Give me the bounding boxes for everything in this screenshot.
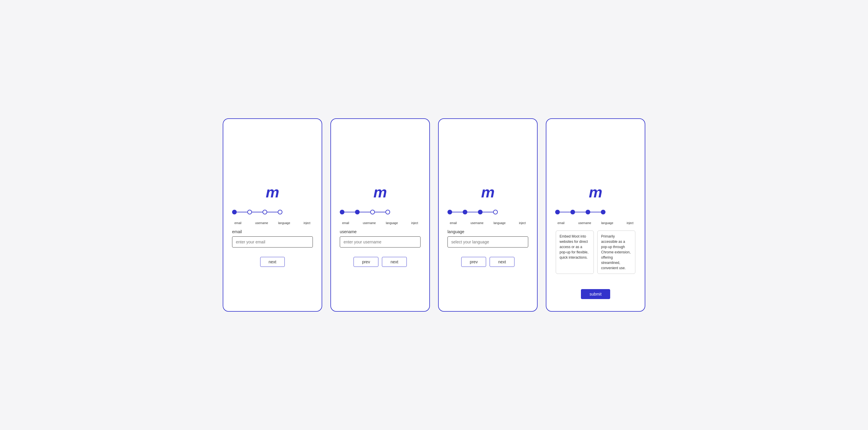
screen-username: m email username language inject usename [331, 118, 430, 312]
logo-2: m [373, 183, 387, 201]
step-dot-language-3 [478, 210, 483, 214]
steps-wrapper-3: email username language inject [447, 210, 528, 225]
step-dot-inject-1 [278, 210, 282, 214]
step-dot-email-2 [340, 210, 344, 214]
btn-row-3: prev next [461, 257, 515, 267]
label-language-3: language [493, 222, 505, 225]
screen-inject: m email username language inject Embed M… [546, 118, 645, 312]
submit-button[interactable]: submit [581, 289, 610, 299]
step-line-3 [267, 212, 278, 212]
step-dot-language-4 [586, 210, 590, 214]
step-dot-inject-4 [601, 210, 606, 214]
prev-button-3[interactable]: prev [461, 257, 486, 267]
steps-wrapper-4: email username language inject [555, 210, 636, 225]
label-language-2: language [386, 222, 397, 225]
step-line-6 [375, 212, 385, 212]
step-dot-language-2 [370, 210, 375, 214]
logo-4: m [589, 183, 602, 201]
label-inject-3: inject [517, 222, 528, 225]
step-line-11 [575, 212, 586, 212]
step-labels-3: email username language inject [447, 222, 528, 225]
step-labels-4: email username language inject [555, 222, 636, 225]
steps-2 [340, 210, 421, 214]
username-field-label: usename [340, 229, 421, 234]
logo-1: m [266, 183, 279, 201]
step-labels-1: email username language inject [232, 222, 313, 225]
label-language-1: language [278, 222, 290, 225]
step-dot-username-3 [463, 210, 467, 214]
step-dot-email-3 [447, 210, 452, 214]
step-dot-email-4 [555, 210, 560, 214]
inject-card-2: Primarily accessible as a pop-up through… [597, 231, 636, 274]
label-inject-4: inject [624, 222, 636, 225]
btn-row-1: next [260, 257, 285, 267]
step-line-9 [483, 212, 493, 212]
language-input[interactable] [447, 236, 528, 248]
step-line-8 [467, 212, 478, 212]
steps-4 [555, 210, 636, 214]
screen-email: m email username language inject email [223, 118, 322, 312]
steps-wrapper-1: email username language inject [232, 210, 313, 225]
label-username-1: username [255, 222, 267, 225]
step-line-5 [360, 212, 370, 212]
step-line-4 [344, 212, 355, 212]
step-line-7 [452, 212, 463, 212]
inject-cards: Embed Moot into websites for direct acce… [556, 231, 636, 274]
label-inject-2: inject [409, 222, 421, 225]
username-input[interactable] [340, 236, 421, 248]
step-line-12 [590, 212, 601, 212]
label-email-3: email [447, 222, 459, 225]
next-button-2[interactable]: next [382, 257, 406, 267]
step-dot-username-2 [355, 210, 360, 214]
label-inject-1: inject [301, 222, 313, 225]
step-dot-username-1 [247, 210, 252, 214]
label-email-1: email [232, 222, 244, 225]
inject-card-1: Embed Moot into websites for direct acce… [556, 231, 594, 274]
step-dot-inject-2 [385, 210, 390, 214]
steps-1 [232, 210, 313, 214]
screen-language: m email username language inject languag… [438, 118, 537, 312]
email-field-label: email [232, 229, 313, 234]
step-line-10 [560, 212, 570, 212]
next-button-3[interactable]: next [490, 257, 514, 267]
next-button-1[interactable]: next [260, 257, 285, 267]
step-dot-email-1 [232, 210, 237, 214]
label-email-4: email [555, 222, 567, 225]
step-dot-language-1 [262, 210, 267, 214]
email-input[interactable] [232, 236, 313, 248]
btn-row-4: submit [581, 289, 610, 299]
step-dot-inject-3 [493, 210, 498, 214]
steps-wrapper-2: email username language inject [340, 210, 421, 225]
screens-container: m email username language inject email [223, 118, 645, 312]
step-line-1 [237, 212, 247, 212]
step-line-2 [252, 212, 262, 212]
label-email-2: email [340, 222, 351, 225]
label-username-4: username [578, 222, 590, 225]
label-username-3: username [471, 222, 482, 225]
language-field-label: language [447, 229, 528, 234]
logo-3: m [481, 183, 495, 201]
step-labels-2: email username language inject [340, 222, 421, 225]
label-username-2: username [363, 222, 375, 225]
btn-row-2: prev next [353, 257, 407, 267]
steps-3 [447, 210, 528, 214]
prev-button-2[interactable]: prev [353, 257, 378, 267]
label-language-4: language [601, 222, 613, 225]
step-dot-username-4 [570, 210, 575, 214]
